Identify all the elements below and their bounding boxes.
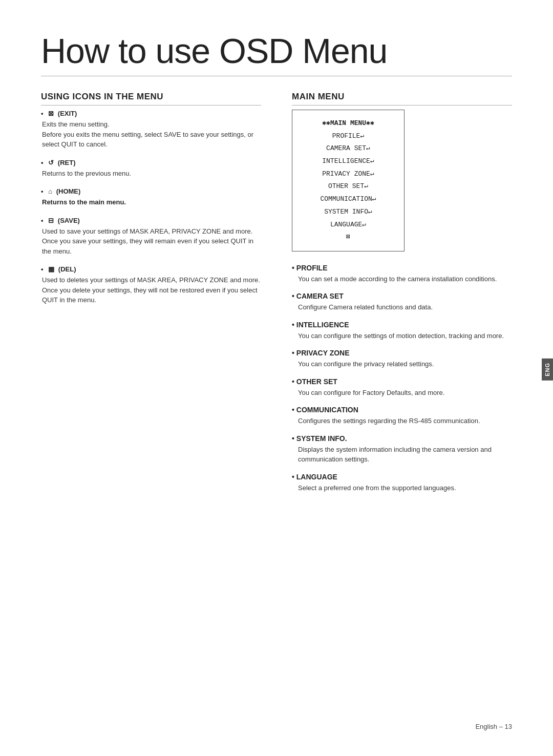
osd-menu-title: ✱✱MAIN MENU✱✱ [308, 117, 389, 130]
eng-tab: ENG [542, 359, 553, 381]
page-title: How to use OSD Menu [41, 31, 512, 71]
save-icon: ⊟ [48, 217, 54, 224]
menu-item-desc-camera-set: Configure Camera related functions and d… [292, 302, 512, 312]
icon-label-home: • ⌂ (HOME) [41, 187, 261, 195]
menu-item-camera-set: CAMERA SET Configure Camera related func… [292, 292, 512, 312]
icon-item-home: • ⌂ (HOME) Returns to the main menu. [41, 187, 261, 207]
right-column: MAIN MENU ✱✱MAIN MENU✱✱ PROFILE↵ CAMERA … [292, 92, 512, 501]
menu-item-desc-intelligence: You can configure the settings of motion… [292, 331, 512, 341]
menu-item-title-profile: PROFILE [292, 264, 512, 272]
exit-desc-2: Before you exits the menu setting, selec… [42, 130, 261, 150]
home-desc-bold: Returns to the main menu. [42, 197, 261, 207]
osd-item-intelligence: INTELLIGENCE↵ [308, 155, 389, 168]
osd-item-privacy-zone: PRIVACY ZONE↵ [308, 168, 389, 181]
save-desc-1: Used to save your settings of MASK AREA,… [42, 226, 261, 237]
osd-item-profile: PROFILE↵ [308, 130, 389, 143]
home-icon: ⌂ [48, 187, 52, 195]
icon-item-ret: • ↺ (RET) Returns to the previous menu. [41, 159, 261, 179]
page: How to use OSD Menu USING ICONS IN THE M… [0, 0, 553, 756]
del-desc-1: Used to deletes your settings of MASK AR… [42, 275, 261, 285]
ret-icon: ↺ [48, 159, 54, 166]
menu-item-other-set: OTHER SET You can configure for Factory … [292, 377, 512, 398]
exit-desc-1: Exits the menu setting. [42, 119, 261, 130]
osd-exit-symbol: ⊠ [308, 231, 389, 244]
menu-item-desc-communication: Configures the settings regarding the RS… [292, 416, 512, 426]
menu-item-title-camera-set: CAMERA SET [292, 292, 512, 300]
menu-item-title-intelligence: INTELLIGENCE [292, 321, 512, 329]
icon-item-del: • ▦ (DEL) Used to deletes your settings … [41, 265, 261, 305]
osd-menu-box: ✱✱MAIN MENU✱✱ PROFILE↵ CAMERA SET↵ INTEL… [292, 110, 405, 251]
del-icon: ▦ [48, 265, 54, 273]
ret-desc: Returns to the previous menu. [42, 169, 261, 179]
menu-item-title-language: LANGUAGE [292, 473, 512, 481]
menu-item-communication: COMMUNICATION Configures the settings re… [292, 406, 512, 426]
left-section-heading: USING ICONS IN THE MENU [41, 92, 261, 106]
osd-item-camera-set: CAMERA SET↵ [308, 142, 389, 155]
left-column: USING ICONS IN THE MENU • ⊠ (EXIT) Exits… [41, 92, 261, 501]
menu-item-privacy-zone: PRIVACY ZONE You can configure the priva… [292, 349, 512, 369]
menu-item-desc-privacy-zone: You can configure the privacy related se… [292, 359, 512, 369]
save-desc-2: Once you save your settings, they will r… [42, 236, 261, 256]
content-columns: USING ICONS IN THE MENU • ⊠ (EXIT) Exits… [41, 92, 512, 501]
icon-item-save: • ⊟ (SAVE) Used to save your settings of… [41, 217, 261, 257]
icon-label-save: • ⊟ (SAVE) [41, 217, 261, 224]
icon-label-exit: • ⊠ (EXIT) [41, 110, 261, 117]
icon-label-del: • ▦ (DEL) [41, 265, 261, 273]
menu-item-title-communication: COMMUNICATION [292, 406, 512, 414]
menu-item-desc-system-info: Displays the system information includin… [292, 445, 512, 465]
icon-item-exit: • ⊠ (EXIT) Exits the menu setting. Befor… [41, 110, 261, 150]
right-section-heading: MAIN MENU [292, 92, 512, 106]
osd-item-other-set: OTHER SET↵ [308, 180, 389, 193]
page-footer: English – 13 [475, 723, 512, 730]
menu-item-title-system-info: SYSTEM INFO. [292, 434, 512, 443]
menu-item-intelligence: INTELLIGENCE You can configure the setti… [292, 321, 512, 341]
bullet-del: • [41, 265, 44, 273]
icon-label-ret: • ↺ (RET) [41, 159, 261, 166]
menu-item-system-info: SYSTEM INFO. Displays the system informa… [292, 434, 512, 465]
osd-item-language: LANGUAGE↵ [308, 219, 389, 232]
menu-item-language: LANGUAGE Select a preferred one from the… [292, 473, 512, 493]
menu-item-desc-profile: You can set a mode according to the came… [292, 274, 512, 284]
bullet-ret: • [41, 159, 44, 166]
menu-item-desc-language: Select a preferred one from the supporte… [292, 483, 512, 493]
bullet-home: • [41, 187, 44, 195]
bullet-exit: • [41, 110, 44, 117]
menu-item-desc-other-set: You can configure for Factory Defaults, … [292, 388, 512, 398]
del-desc-2: Once you delete your settings, they will… [42, 285, 261, 305]
menu-item-title-other-set: OTHER SET [292, 377, 512, 386]
osd-item-communication: COMMUNICATION↵ [308, 193, 389, 206]
title-divider [41, 76, 512, 76]
menu-item-title-privacy-zone: PRIVACY ZONE [292, 349, 512, 357]
osd-item-system-info: SYSTEM INFO↵ [308, 206, 389, 219]
menu-item-profile: PROFILE You can set a mode according to … [292, 264, 512, 284]
exit-icon: ⊠ [48, 110, 54, 117]
bullet-save: • [41, 217, 44, 224]
